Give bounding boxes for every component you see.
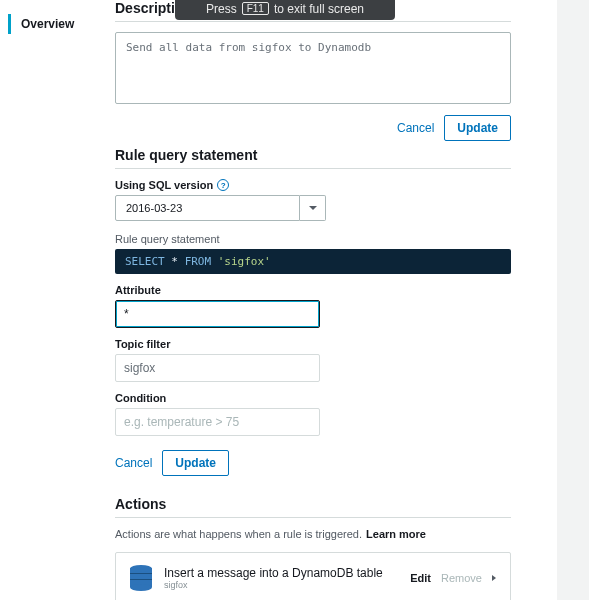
rqs-update-button[interactable]: Update: [162, 450, 229, 476]
sql-code-block: SELECT * FROM 'sigfox': [115, 249, 511, 274]
action-title: Insert a message into a DynamoDB table: [164, 566, 410, 580]
description-update-button[interactable]: Update: [444, 115, 511, 141]
description-textarea[interactable]: [115, 32, 511, 104]
description-cancel-link[interactable]: Cancel: [397, 121, 434, 135]
left-nav: Overview: [0, 0, 115, 600]
learn-more-link[interactable]: Learn more: [366, 528, 426, 540]
condition-label: Condition: [115, 392, 511, 404]
action-subtitle: sigfox: [164, 580, 410, 590]
sql-version-select[interactable]: 2016-03-23: [115, 195, 511, 221]
chevron-down-icon: [309, 206, 317, 210]
chevron-right-icon: [492, 575, 496, 581]
main-content: Description Cancel Update Rule query sta…: [115, 0, 535, 600]
sql-star: *: [165, 255, 185, 268]
divider: [115, 168, 511, 169]
sql-topic: 'sigfox': [211, 255, 271, 268]
fullscreen-banner: Press F11 to exit full screen: [175, 0, 395, 20]
dynamodb-icon: [130, 565, 152, 591]
sql-version-dropdown-button[interactable]: [300, 195, 326, 221]
topic-filter-label: Topic filter: [115, 338, 511, 350]
nav-overview[interactable]: Overview: [8, 14, 115, 34]
divider: [115, 517, 511, 518]
action-card[interactable]: Insert a message into a DynamoDB table s…: [115, 552, 511, 600]
attribute-input[interactable]: *: [115, 300, 320, 328]
action-edit-link[interactable]: Edit: [410, 572, 431, 584]
sql-version-label-text: Using SQL version: [115, 179, 213, 191]
attribute-label: Attribute: [115, 284, 511, 296]
right-gutter: [557, 0, 589, 600]
sql-select: SELECT: [125, 255, 165, 268]
fs-rest: to exit full screen: [274, 2, 364, 16]
sql-version-label: Using SQL version ?: [115, 179, 511, 191]
fs-press: Press: [206, 2, 237, 16]
actions-heading: Actions: [115, 496, 511, 512]
rqs-cancel-link[interactable]: Cancel: [115, 456, 152, 470]
actions-hint: Actions are what happens when a rule is …: [115, 528, 362, 540]
fs-key: F11: [242, 2, 269, 15]
topic-filter-input[interactable]: sigfox: [115, 354, 320, 382]
statement-label: Rule query statement: [115, 233, 511, 245]
sql-version-value: 2016-03-23: [115, 195, 300, 221]
divider: [115, 21, 511, 22]
info-icon[interactable]: ?: [217, 179, 229, 191]
sql-from: FROM: [185, 255, 212, 268]
action-remove-link[interactable]: Remove: [441, 572, 482, 584]
rqs-heading: Rule query statement: [115, 147, 511, 163]
condition-input[interactable]: e.g. temperature > 75: [115, 408, 320, 436]
